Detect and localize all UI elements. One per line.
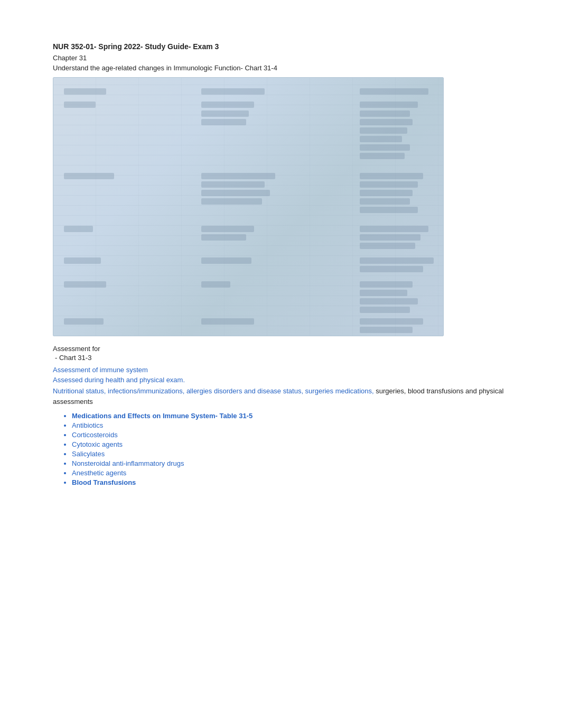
chapter-label: Chapter 31 [53, 54, 508, 62]
bullet-item-2: Corticosteroids [72, 431, 508, 439]
bullet-item-4: Salicylates [72, 450, 508, 458]
chart-image [53, 77, 444, 336]
chart-ref-label: - Chart 31-3 [53, 354, 508, 362]
bullet-item-0: Medications and Effects on Immune System… [72, 412, 508, 420]
medication-list: Medications and Effects on Immune System… [72, 412, 508, 486]
immune-system-label: Assessment of immune system [53, 366, 508, 374]
assessment-for-label: Assessment for [53, 345, 508, 353]
bullet-item-3: Cytotoxic agents [72, 440, 508, 448]
health-exam-label: Assessed during health and physical exam… [53, 376, 508, 384]
bullet-item-7: Blood Transfusions [72, 478, 508, 486]
subtitle-label: Understand the age-related changes in Im… [53, 64, 508, 72]
bullet-item-1: Antibiotics [72, 421, 508, 429]
bullet-item-6: Anesthetic agents [72, 469, 508, 477]
nutritional-line: Nutritional status, infections/immunizat… [53, 386, 508, 407]
bullet-item-5: Nonsteroidal anti-inflammatory drugs [72, 459, 508, 467]
page-title: NUR 352-01- Spring 2022- Study Guide- Ex… [53, 42, 508, 51]
nutritional-blue-text: Nutritional status, infections/immunizat… [53, 387, 374, 395]
